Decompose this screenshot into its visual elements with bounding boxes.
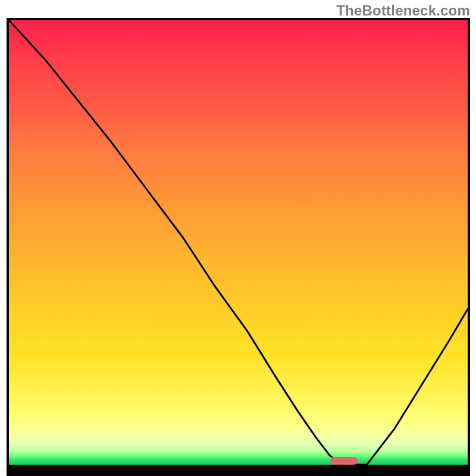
chart-border-bottom [7, 465, 470, 476]
optimum-marker [330, 457, 358, 465]
watermark-text: TheBottleneck.com [336, 2, 470, 19]
page-root: TheBottleneck.com [0, 0, 476, 476]
plot-area [9, 20, 468, 465]
chart-border-right [468, 18, 470, 476]
bottleneck-curve [9, 20, 468, 465]
chart-svg [9, 20, 468, 465]
chart-frame [7, 18, 470, 476]
